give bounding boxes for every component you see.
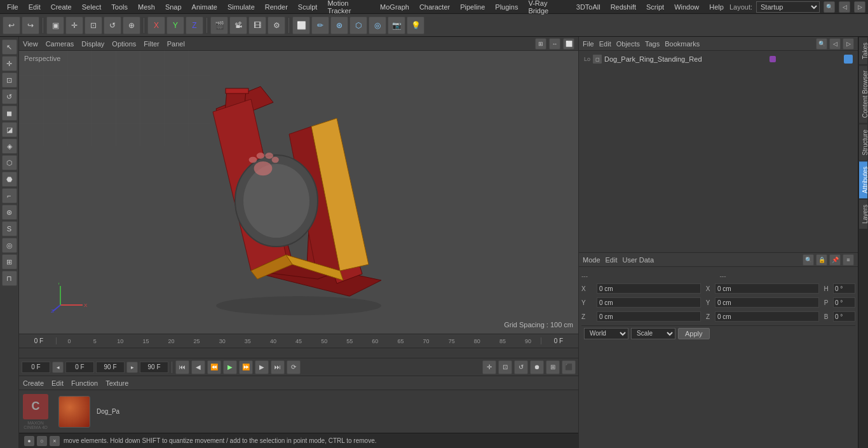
sidebar-corner[interactable]: ⌐	[2, 188, 17, 203]
obj-menu-tags[interactable]: Tags	[645, 40, 660, 48]
menu-help[interactable]: Help	[705, 2, 728, 12]
sidebar-grid[interactable]: ⊞	[2, 254, 17, 269]
pb-record[interactable]: ⏺	[530, 360, 544, 374]
obj-icon2[interactable]: ◁	[829, 38, 841, 50]
tab-attributes[interactable]: Attributes	[858, 161, 868, 199]
menu-redshift[interactable]: Redshift	[606, 2, 641, 12]
start-frame-field[interactable]	[22, 362, 50, 373]
menu-motion-tracker[interactable]: Motion Tracker	[323, 0, 374, 16]
attr-userdata[interactable]: User Data	[623, 256, 654, 264]
mode-scale[interactable]: ⊡	[85, 17, 102, 34]
timeline-ticks[interactable]: 0 5 10 15 20 25 30 35 40 45 50 55 60 65 …	[57, 338, 541, 344]
attr-h-val[interactable]	[833, 283, 855, 294]
sidebar-magnet[interactable]: ◎	[2, 238, 17, 253]
menu-render[interactable]: Render	[261, 2, 292, 12]
viewport-menu-panel[interactable]: Panel	[167, 40, 185, 48]
menu-script[interactable]: Script	[642, 2, 668, 12]
menu-pipeline[interactable]: Pipeline	[456, 2, 489, 12]
play-button[interactable]: ▶	[223, 360, 237, 374]
skip-end-button[interactable]: ⏭	[271, 360, 285, 374]
menu-edit[interactable]: Edit	[24, 2, 45, 12]
menu-animate[interactable]: Animate	[187, 2, 222, 12]
layout-icon3[interactable]: ▷	[854, 1, 865, 13]
mat-function[interactable]: Function	[71, 379, 98, 387]
viewport-menu-cameras[interactable]: Cameras	[46, 40, 74, 48]
scale-dropdown[interactable]: Scale	[631, 328, 675, 339]
next-key-button[interactable]: ⏩	[239, 360, 253, 374]
pb-rotate[interactable]: ↺	[514, 360, 528, 374]
viewport-icon-3[interactable]: ⬜	[563, 38, 574, 50]
pb-move[interactable]: ✛	[482, 360, 496, 374]
layout-search-icon[interactable]: 🔍	[824, 1, 835, 13]
end-frame-field-2[interactable]	[140, 362, 168, 373]
sidebar-layer5[interactable]: ⬣	[2, 172, 17, 187]
mat-edit[interactable]: Edit	[51, 379, 64, 387]
obj-menu-file[interactable]: File	[583, 40, 594, 48]
sidebar-cursor[interactable]: ↖	[2, 39, 17, 55]
menu-snap[interactable]: Snap	[161, 2, 186, 12]
next-frame-button[interactable]: ▶	[255, 360, 269, 374]
menu-window[interactable]: Window	[670, 2, 703, 12]
menu-create[interactable]: Create	[46, 2, 76, 12]
attr-x-pos[interactable]	[597, 283, 701, 294]
render-picviewer[interactable]: 🎞	[248, 17, 266, 34]
end-frame-field-1[interactable]	[96, 362, 125, 373]
camera-tool[interactable]: 📷	[388, 17, 405, 34]
frame-next-icon[interactable]: ▸	[126, 362, 138, 373]
attr-pin-icon[interactable]: 📌	[829, 254, 841, 266]
sweep-tool[interactable]: ⊛	[330, 17, 348, 34]
menu-3dtoall[interactable]: 3DToAll	[572, 2, 605, 12]
attr-y-val2[interactable]	[715, 297, 819, 308]
menu-tools[interactable]: Tools	[107, 2, 132, 12]
viewport-menu-view[interactable]: View	[23, 40, 38, 48]
menu-character[interactable]: Character	[415, 2, 454, 12]
layout-dropdown[interactable]: Startup	[756, 1, 820, 13]
sidebar-layer4[interactable]: ⬡	[2, 155, 17, 170]
object-row-1[interactable]: Lo ◻ Dog_Park_Ring_Standing_Red	[581, 53, 855, 65]
undo-button[interactable]: ↩	[3, 17, 20, 34]
attr-p-val[interactable]	[833, 297, 855, 308]
sidebar-layer1[interactable]: ◼	[2, 105, 17, 121]
cube-tool[interactable]: ⬜	[292, 17, 310, 34]
apply-button[interactable]: Apply	[678, 328, 710, 339]
pb-grid[interactable]: ⊞	[546, 360, 560, 374]
attr-lock-icon[interactable]: 🔒	[816, 254, 827, 266]
bend-tool[interactable]: ◎	[369, 17, 386, 34]
attr-search-icon[interactable]: 🔍	[803, 254, 814, 266]
tab-layers[interactable]: Layers	[858, 199, 868, 229]
attr-b-val[interactable]	[833, 311, 855, 322]
viewport-icon-1[interactable]: ⊞	[535, 38, 546, 50]
obj-menu-bookmarks[interactable]: Bookmarks	[665, 40, 700, 48]
menu-simulate[interactable]: Simulate	[223, 2, 259, 12]
layout-icon2[interactable]: ◁	[839, 1, 850, 13]
attr-x-val2[interactable]	[715, 283, 819, 294]
attr-z-val2[interactable]	[715, 311, 819, 322]
viewport-icon-2[interactable]: ↔	[549, 38, 560, 50]
axis-y[interactable]: Y	[166, 17, 184, 34]
pen-tool[interactable]: ✏	[311, 17, 329, 34]
attr-edit[interactable]: Edit	[606, 256, 618, 264]
tab-content-browser[interactable]: Content Browser	[858, 65, 868, 123]
skip-start-button[interactable]: ⏮	[175, 360, 189, 374]
status-icon-2[interactable]: ○	[37, 436, 47, 446]
attr-menu-icon[interactable]: ≡	[843, 254, 854, 266]
obj-search-icon[interactable]: 🔍	[816, 38, 827, 50]
menu-mograph[interactable]: MoGraph	[376, 2, 414, 12]
obj-icon3[interactable]: ▷	[843, 38, 854, 50]
render-settings[interactable]: ⚙	[268, 17, 285, 34]
mode-rotate[interactable]: ↺	[104, 17, 121, 34]
viewport[interactable]: Perspective	[19, 51, 578, 334]
attr-mode[interactable]: Mode	[583, 256, 600, 264]
world-dropdown[interactable]: World	[584, 328, 628, 339]
menu-mesh[interactable]: Mesh	[133, 2, 159, 12]
frame-prev-icon[interactable]: ◂	[52, 362, 64, 373]
attr-y-pos[interactable]	[597, 297, 701, 308]
material-swatch-1[interactable]	[58, 396, 90, 428]
sidebar-s[interactable]: S	[2, 221, 17, 236]
pb-scale[interactable]: ⊡	[498, 360, 512, 374]
menu-sculpt[interactable]: Sculpt	[294, 2, 322, 12]
sidebar-scale[interactable]: ⊡	[2, 72, 17, 88]
pb-settings[interactable]: ⬛	[562, 360, 576, 374]
obj-menu-edit[interactable]: Edit	[599, 40, 611, 48]
menu-plugins[interactable]: Plugins	[491, 2, 522, 12]
